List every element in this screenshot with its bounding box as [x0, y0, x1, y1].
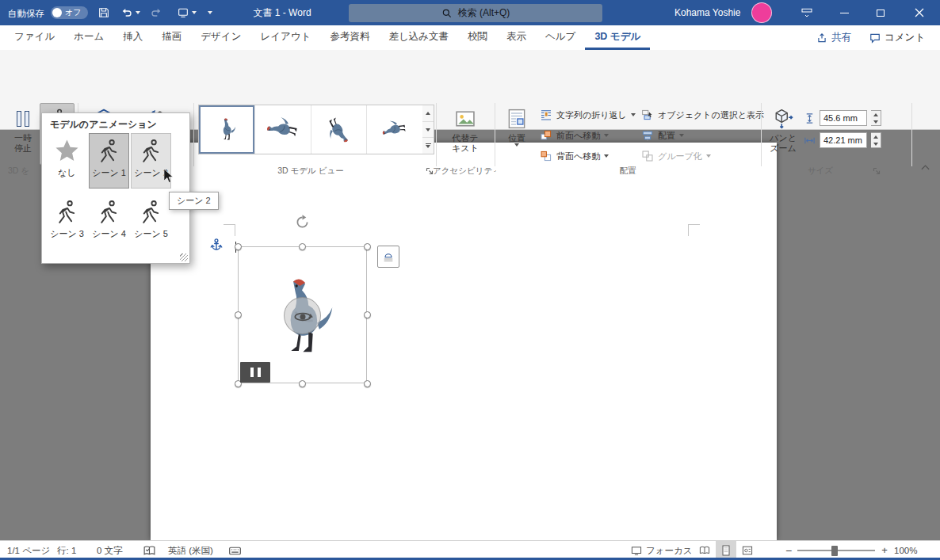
- group-divider: [495, 103, 495, 166]
- send-backward-label: 背面へ移動: [556, 150, 600, 162]
- triangle-up-icon: [426, 112, 430, 115]
- layout-options-icon: [382, 250, 395, 263]
- width-stepper[interactable]: [871, 132, 881, 148]
- menu-item-scene-5[interactable]: シーン 5: [131, 194, 171, 250]
- tab-insert[interactable]: 挿入: [113, 25, 152, 50]
- search-box[interactable]: 検索 (Alt+Q): [349, 4, 602, 22]
- comments-button[interactable]: コメント: [869, 25, 925, 50]
- save-icon: [97, 6, 110, 19]
- tab-layout[interactable]: レイアウト: [250, 25, 320, 50]
- document-page[interactable]: [151, 143, 777, 540]
- qat-customize-button[interactable]: [203, 4, 217, 21]
- running-figure-icon: [54, 199, 80, 225]
- group-divider: [761, 103, 762, 166]
- menu-item-label: なし: [58, 167, 76, 179]
- autosave-state: オフ: [65, 7, 81, 18]
- proofing-icon[interactable]: [143, 544, 156, 558]
- maximize-button[interactable]: [862, 0, 899, 25]
- tab-file[interactable]: ファイル: [5, 25, 64, 50]
- redo-button[interactable]: [147, 4, 165, 21]
- selection-pane-icon: [641, 109, 654, 121]
- undo-button[interactable]: [117, 4, 143, 21]
- resize-handle-top-right[interactable]: [364, 243, 371, 250]
- group-divider: [436, 103, 437, 166]
- collapse-ribbon-button[interactable]: [918, 162, 932, 173]
- tab-references[interactable]: 参考資料: [320, 25, 379, 50]
- menu-resize-grip[interactable]: [180, 253, 188, 261]
- menu-item-scene-4[interactable]: シーン 4: [89, 194, 129, 250]
- gallery-thumb[interactable]: [311, 105, 368, 154]
- ime-icon[interactable]: [228, 544, 242, 558]
- group-button[interactable]: グループ化: [639, 147, 713, 166]
- maximize-icon: [877, 10, 885, 17]
- resize-handle-bottom-right[interactable]: [364, 380, 371, 387]
- close-icon: [915, 8, 924, 17]
- close-button[interactable]: [899, 0, 940, 25]
- selection-pane-button[interactable]: オブジェクトの選択と表示: [639, 105, 766, 124]
- chevron-down-icon: [208, 11, 212, 14]
- gallery-scroll-up-button[interactable]: [422, 105, 434, 122]
- gallery-more-button[interactable]: [422, 138, 434, 154]
- pause-bar-icon: [258, 368, 261, 377]
- tab-design[interactable]: デザイン: [191, 25, 250, 50]
- touch-mode-button[interactable]: [173, 4, 200, 21]
- tab-home[interactable]: ホーム: [64, 25, 113, 50]
- position-label: 位置: [508, 133, 525, 143]
- triangle-up-icon: [873, 135, 878, 139]
- tab-draw[interactable]: 描画: [152, 25, 191, 50]
- user-avatar[interactable]: [751, 2, 772, 23]
- position-button[interactable]: 位置: [499, 103, 534, 165]
- rotation-handle[interactable]: [294, 214, 311, 230]
- tab-review[interactable]: 校閲: [458, 25, 497, 50]
- align-button[interactable]: 配置: [639, 126, 686, 145]
- size-dialog-launcher[interactable]: [872, 166, 881, 176]
- layout-options-button[interactable]: [377, 246, 399, 268]
- undo-icon: [120, 6, 133, 19]
- resize-handle-middle-left[interactable]: [235, 311, 242, 318]
- gallery-thumb[interactable]: [255, 105, 311, 154]
- margin-mark-left: [224, 224, 235, 236]
- play-pause-overlay[interactable]: [240, 362, 270, 383]
- width-input[interactable]: [820, 132, 867, 148]
- wrap-text-button[interactable]: 文字列の折り返し: [537, 105, 638, 124]
- bring-forward-button[interactable]: 前面へ移動: [537, 126, 611, 145]
- autosave-toggle[interactable]: オフ: [51, 6, 88, 19]
- resize-handle-top-left[interactable]: [235, 243, 242, 250]
- search-placeholder: 検索 (Alt+Q): [458, 6, 510, 20]
- pause-label-line2: 停止: [14, 143, 32, 154]
- menu-item-scene-3[interactable]: シーン 3: [47, 194, 87, 250]
- tab-help[interactable]: ヘルプ: [536, 25, 585, 50]
- height-input[interactable]: [820, 110, 867, 126]
- group-label-size: サイズ: [761, 166, 880, 177]
- comments-label: コメント: [885, 31, 925, 44]
- comment-icon: [869, 32, 881, 44]
- resize-handle-top-center[interactable]: [299, 243, 306, 250]
- alt-text-button[interactable]: 代替テキスト: [441, 103, 490, 165]
- autosave-label: 自動保存: [8, 8, 44, 20]
- triangle-up-icon: [873, 113, 878, 116]
- tab-mailings[interactable]: 差し込み文書: [379, 25, 458, 50]
- gallery-thumb[interactable]: [367, 105, 422, 154]
- save-button[interactable]: [95, 4, 113, 21]
- width-icon: [804, 135, 816, 147]
- share-button[interactable]: 共有: [816, 25, 851, 50]
- height-stepper[interactable]: [871, 110, 881, 126]
- running-figure-icon: [96, 138, 122, 164]
- minimize-button[interactable]: [826, 0, 862, 25]
- mouse-cursor: [162, 168, 174, 185]
- menu-item-none[interactable]: なし: [47, 133, 87, 189]
- menu-item-scene-1[interactable]: シーン 1: [89, 133, 129, 189]
- ribbon-display-button[interactable]: [797, 4, 816, 21]
- pause-button[interactable]: 一時停止: [8, 103, 38, 165]
- resize-handle-bottom-center[interactable]: [299, 380, 306, 387]
- send-backward-button[interactable]: 背面へ移動: [537, 147, 611, 166]
- tab-3d-model[interactable]: 3D モデル: [585, 25, 650, 50]
- resize-handle-middle-right[interactable]: [364, 311, 371, 318]
- chevron-down-icon: [631, 113, 636, 116]
- tab-view[interactable]: 表示: [497, 25, 536, 50]
- zoom-thumb[interactable]: [831, 546, 838, 556]
- pan-zoom-button[interactable]: パンとズーム: [764, 103, 802, 165]
- rotate-3d-control[interactable]: [284, 297, 321, 334]
- gallery-thumb-selected[interactable]: [199, 105, 255, 154]
- gallery-scroll-down-button[interactable]: [422, 122, 434, 139]
